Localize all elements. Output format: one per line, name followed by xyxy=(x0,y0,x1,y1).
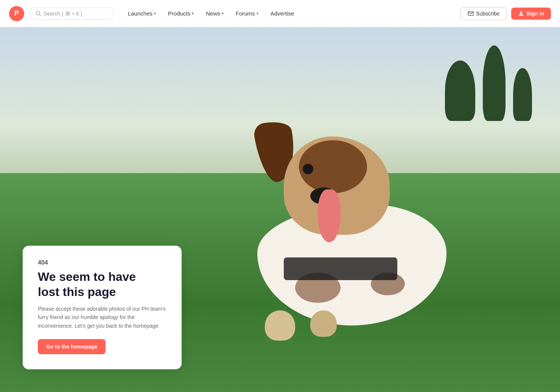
error-code: 404 xyxy=(38,259,166,266)
chevron-down-icon: ▾ xyxy=(154,11,156,15)
error-title: We seem to have lost this page xyxy=(38,269,166,299)
nav-item-news[interactable]: News ▾ xyxy=(201,7,229,20)
search-placeholder: Search ( ⌘ + k ) xyxy=(44,11,82,17)
search-icon xyxy=(36,11,41,16)
dog-harness xyxy=(284,257,397,280)
chevron-down-icon: ▾ xyxy=(222,11,224,15)
chevron-down-icon: ▾ xyxy=(192,11,194,15)
nav-item-products[interactable]: Products ▾ xyxy=(163,7,199,20)
dog-paw-1 xyxy=(265,310,295,341)
error-card: 404 We seem to have lost this page Pleas… xyxy=(23,246,182,369)
user-icon xyxy=(518,11,524,17)
dog-paw-2 xyxy=(310,310,337,337)
dog-tongue xyxy=(318,189,341,242)
search-box[interactable]: Search ( ⌘ + k ) xyxy=(30,8,114,20)
nav-item-advertise[interactable]: Advertise xyxy=(265,7,300,20)
hero-section: 404 We seem to have lost this page Pleas… xyxy=(0,27,560,392)
nav-links: Launches ▾ Products ▾ News ▾ Forums ▾ Ad… xyxy=(123,7,457,20)
chevron-down-icon: ▾ xyxy=(257,11,258,15)
signin-button[interactable]: Sign in xyxy=(511,8,551,20)
dog-eye xyxy=(303,164,313,174)
hero-background: 404 We seem to have lost this page Pleas… xyxy=(0,27,560,392)
logo[interactable]: P xyxy=(9,6,24,21)
dog-illustration xyxy=(227,110,492,356)
nav-right-actions: Subscribe Sign in xyxy=(460,7,551,20)
svg-line-1 xyxy=(39,14,41,16)
navbar: P Search ( ⌘ + k ) Launches ▾ Products ▾… xyxy=(0,0,560,27)
svg-point-3 xyxy=(520,11,522,14)
nav-item-forums[interactable]: Forums ▾ xyxy=(230,7,264,20)
tree-3 xyxy=(513,68,532,121)
subscribe-button[interactable]: Subscribe xyxy=(460,7,507,20)
go-to-homepage-button[interactable]: Go to the homepage xyxy=(38,339,106,354)
error-description: Please accept these adorable photos of o… xyxy=(38,305,166,330)
email-icon xyxy=(468,11,474,17)
nav-item-launches[interactable]: Launches ▾ xyxy=(123,7,161,20)
